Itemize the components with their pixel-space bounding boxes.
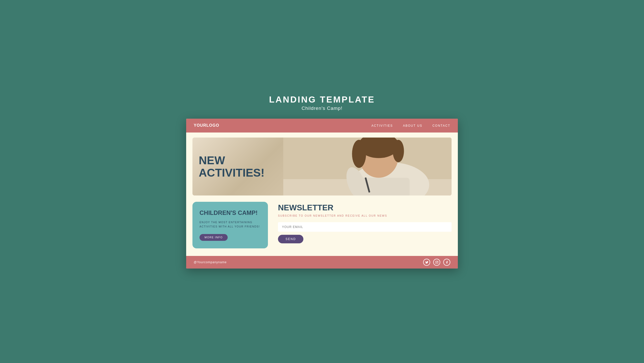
nav-link-activities[interactable]: ACTIVITIES [371, 124, 393, 127]
instagram-icon[interactable] [433, 259, 440, 266]
content-section: CHILDREN'S CAMP! ENJOY THE MOST ENTERTAI… [186, 195, 458, 256]
hero-line2: ACTIVITIES! [199, 167, 264, 179]
nav-item-contact[interactable]: CONTACT [432, 123, 450, 128]
twitter-icon[interactable] [423, 259, 430, 266]
page-subtitle: Children's Camp! [269, 106, 375, 111]
logo-text-plain: YOUR [194, 123, 206, 127]
hero-section: NEW ACTIVITIES! [192, 138, 452, 195]
more-info-button[interactable]: MORE INFO [199, 234, 228, 241]
svg-point-5 [352, 140, 366, 168]
hero-line1: NEW [199, 154, 264, 167]
nav-link-contact[interactable]: CONTACT [432, 124, 450, 127]
newsletter-title: NEWSLETTER [278, 203, 452, 212]
navbar-logo: YOURLOGO [194, 123, 219, 128]
newsletter-section: NEWSLETTER SUBSCRIBE TO OUR NEWSLETTER A… [278, 202, 452, 243]
footer: @Yourcompanyname [186, 256, 458, 269]
newsletter-subtitle: SUBSCRIBE TO OUR NEWSLETTER AND RECEIVE … [278, 214, 452, 217]
svg-rect-10 [435, 261, 438, 264]
email-input[interactable] [278, 222, 452, 232]
footer-company-name: @Yourcompanyname [194, 260, 227, 264]
hero-text: NEW ACTIVITIES! [199, 154, 264, 179]
svg-point-6 [393, 140, 404, 162]
website-frame: YOURLOGO ACTIVITIES ABOUT US CONTACT [186, 119, 458, 269]
camp-card: CHILDREN'S CAMP! ENJOY THE MOST ENTERTAI… [192, 202, 268, 248]
camp-card-description: ENJOY THE MOST ENTERTAINING ACTIVITIES W… [199, 220, 261, 229]
page-header: LANDING TEMPLATE Children's Camp! [269, 94, 375, 111]
navbar: YOURLOGO ACTIVITIES ABOUT US CONTACT [186, 119, 458, 133]
svg-point-11 [436, 262, 437, 263]
social-icons [423, 259, 450, 266]
page-title: LANDING TEMPLATE [269, 94, 375, 105]
nav-item-activities[interactable]: ACTIVITIES [371, 123, 393, 128]
hero-image: NEW ACTIVITIES! [192, 138, 452, 195]
nav-item-about[interactable]: ABOUT US [403, 123, 422, 128]
nav-link-about[interactable]: ABOUT US [403, 124, 422, 127]
logo-text-bold: LOGO [206, 123, 219, 127]
navbar-links: ACTIVITIES ABOUT US CONTACT [371, 123, 450, 128]
send-button[interactable]: SEND [278, 235, 303, 243]
svg-point-12 [437, 261, 437, 262]
child-illustration [283, 138, 452, 195]
camp-card-title: CHILDREN'S CAMP! [199, 209, 261, 217]
facebook-icon[interactable] [443, 259, 450, 266]
